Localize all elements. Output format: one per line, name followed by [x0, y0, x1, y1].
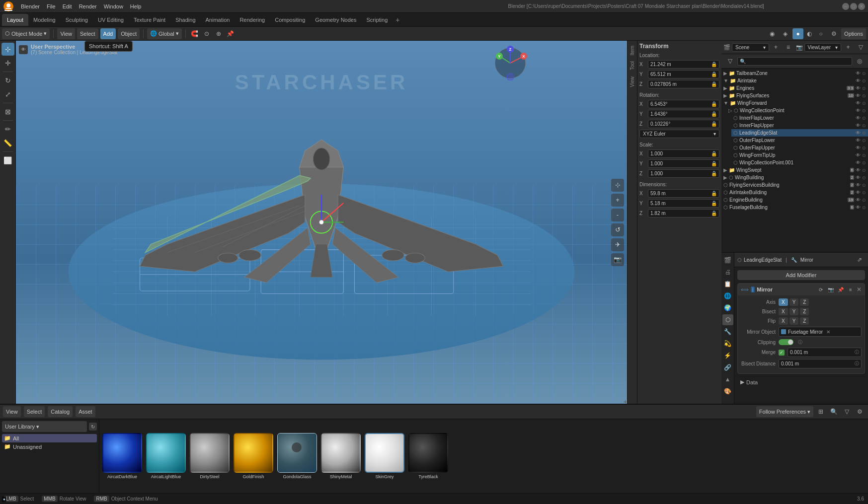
refresh-library-button[interactable]: ↻ [89, 423, 97, 431]
scale-y-field[interactable]: 1.000 🔒 [648, 159, 719, 168]
viewport-area[interactable]: STARCHASER 👁 User Perspective (7) Scene … [16, 41, 627, 404]
menu-file[interactable]: File [44, 2, 59, 10]
rot-z-field[interactable]: 0.10226° 🔒 [648, 120, 719, 128]
flyingservices-eye-icon[interactable]: 👁 [856, 182, 861, 188]
follow-preferences-dropdown[interactable]: Follow Preferences ▾ [756, 406, 813, 417]
mirror-realtime-icon[interactable]: ⟳ [817, 286, 825, 293]
cursor-tool[interactable]: ⊹ [1, 43, 14, 56]
outliner-item-tailbeamzone[interactable]: ▶ 📁 TailbeamZone 👁 ⊙ [721, 70, 868, 77]
leadingedge-eye-icon[interactable]: 👁 [856, 130, 861, 136]
innerflaph-eye-icon[interactable]: 👁 [856, 123, 861, 128]
axis-y-button[interactable]: Y [789, 298, 799, 306]
measure-tool[interactable]: 📏 [1, 137, 14, 149]
modifier-props-icon[interactable]: 🔧 [722, 326, 733, 337]
asset-view-button[interactable]: View [3, 406, 21, 417]
xray-icon[interactable]: ◈ [780, 28, 790, 39]
outliner-item-enginebuilding[interactable]: ⬡ EngineBuilding 19 👁 ⊙ [721, 196, 868, 204]
outliner-item-wingformtipup[interactable]: ⬡ WingFormTipUp 👁 ⊙ [731, 151, 868, 159]
dim-y-field[interactable]: 5.18 m 🔒 [648, 199, 719, 208]
outerflaphigh-ctrl-icon[interactable]: ⊙ [862, 145, 866, 150]
dim-x-field[interactable]: 59.8 m 🔒 [648, 189, 719, 198]
tab-layout[interactable]: Layout [2, 14, 28, 26]
dim-z-field[interactable]: 1.82 m 🔒 [648, 209, 719, 217]
transform-tool[interactable]: ⊠ [1, 105, 14, 118]
data-section[interactable]: ▶ Data [737, 377, 865, 387]
wingformtip-eye-icon[interactable]: 👁 [856, 152, 861, 158]
innerflaph-ctrl-icon[interactable]: ⊙ [862, 123, 866, 128]
flip-z-button[interactable]: Z [800, 317, 809, 325]
axis-z-button[interactable]: Z [800, 298, 809, 306]
asset-asset-button[interactable]: Asset [76, 406, 95, 417]
snap-icon[interactable]: 🧲 [189, 28, 200, 39]
rot-z-lock[interactable]: 🔒 [711, 121, 717, 127]
scale-z-field[interactable]: 1.000 🔒 [648, 169, 719, 178]
tab-sculpting[interactable]: Sculpting [61, 14, 93, 26]
outliner-item-wingcollectionpoint[interactable]: ▷ ⬡ WingCollectionPoint 👁 ⊙ [726, 107, 868, 114]
mirror-pin-icon[interactable]: 📌 [837, 286, 845, 293]
overlay-icon[interactable]: ◉ [767, 28, 778, 39]
particles-props-icon[interactable]: 💫 [722, 338, 733, 349]
mirror-render-icon[interactable]: 📷 [827, 286, 835, 293]
outliner-item-outerflaphigh[interactable]: ⬡ OuterFlapUpper 👁 ⊙ [731, 144, 868, 151]
viewport-shading-icon[interactable]: ⚙ [828, 28, 839, 39]
viewlayer-props-icon[interactable]: 📋 [722, 279, 733, 289]
view-tab[interactable]: View [629, 73, 636, 90]
menu-blender[interactable]: Blender [18, 2, 43, 10]
outliner-filter-icon[interactable]: ▽ [724, 56, 735, 67]
asset-item-tyreblack[interactable]: TyreBlack [408, 433, 448, 479]
scene-add-icon[interactable]: + [771, 42, 782, 53]
outliner-item-wingcollpoint001[interactable]: ⬡ WingCollectionPoint.001 👁 ⊙ [731, 159, 868, 166]
tab-compositing[interactable]: Compositing [270, 14, 310, 26]
scene-props-icon[interactable]: 🌐 [722, 290, 733, 301]
bisect-y-button[interactable]: Y [789, 308, 799, 315]
outliner-item-wingbuilding[interactable]: ▶ ⬡ WingBuilding 2 👁 ⊙ [721, 174, 868, 181]
menu-help[interactable]: Help [127, 2, 145, 10]
loc-z-lock[interactable]: 🔒 [711, 81, 717, 87]
wingswept-eye-icon[interactable]: 👁 [856, 167, 861, 173]
asset-cat-unassigned[interactable]: 📁 Unassigned [2, 442, 97, 451]
tailbeam-ctrl-icon[interactable]: ⊙ [862, 71, 866, 76]
zoom-extents-icon[interactable]: ⊹ [611, 179, 624, 192]
outliner-item-outerflaplow[interactable]: ⬡ OuterFlapLower 👁 ⊙ [731, 137, 868, 144]
mirror-close-icon[interactable]: ✕ [857, 286, 862, 293]
wingswept-ctrl-icon[interactable]: ⊙ [862, 168, 866, 173]
minimize-button[interactable]: ─ [842, 3, 849, 10]
viewlayer-dropdown[interactable]: ViewLayer ▾ [804, 43, 842, 52]
outliner-item-airintakebuilding[interactable]: ⬡ AirIntakeBuilding 2 👁 ⊙ [721, 189, 868, 196]
flip-y-button[interactable]: Y [789, 317, 799, 325]
engines-eye-icon[interactable]: 👁 [856, 85, 861, 91]
leadingedge-ctrl-icon[interactable]: ⊙ [862, 131, 866, 136]
wingcollpt-eye-icon[interactable]: 👁 [856, 108, 861, 113]
world-props-icon[interactable]: 🌍 [722, 302, 733, 313]
wingcollpt001-eye-icon[interactable]: 👁 [856, 160, 861, 165]
innerflaplow-eye-icon[interactable]: 👁 [856, 115, 861, 121]
modifier-expand-icon[interactable]: ⇗ [854, 254, 865, 265]
asset-item-aircatdarkblue[interactable]: ● AircatDarkBlue [102, 433, 142, 479]
loc-y-field[interactable]: 65.512 m 🔒 [648, 70, 719, 78]
add-button[interactable]: Add [100, 28, 116, 39]
output-props-icon[interactable]: 🖨 [722, 267, 733, 278]
tab-texture-paint[interactable]: Texture Paint [129, 14, 170, 26]
tab-uv-editing[interactable]: UV Editing [93, 14, 129, 26]
wingforward-ctrl-icon[interactable]: ⊙ [862, 101, 866, 106]
wingbuild-ctrl-icon[interactable]: ⊙ [862, 175, 866, 180]
camera-icon[interactable]: 📷 [611, 253, 624, 266]
asset-grid-icon[interactable]: ⊞ [815, 406, 826, 417]
outliner-item-leadingedgeslat[interactable]: ⬡ LeadingEdgeSlat 👁 ⊙ [731, 129, 868, 137]
bisect-dist-field[interactable]: 0.001 m ⓘ [779, 359, 862, 368]
asset-item-aircatlightblue[interactable]: AircatLightBlue [146, 433, 186, 479]
outliner-item-wingforward[interactable]: ▼ 📁 WingForward 👁 ⊙ [721, 99, 868, 107]
flyingsurfaces-ctrl-icon[interactable]: ⊙ [862, 93, 866, 98]
outliner-item-engines[interactable]: ▶ 📁 Engines 3 3 👁 ⊙ [721, 84, 868, 92]
menu-window[interactable]: Window [101, 2, 126, 10]
tab-rendering[interactable]: Rendering [235, 14, 270, 26]
zoom-out-icon[interactable]: - [611, 209, 624, 221]
tab-modeling[interactable]: Modeling [28, 14, 61, 26]
material-shading-icon[interactable]: ◐ [804, 28, 815, 39]
asset-catalog-button[interactable]: Catalog [48, 406, 73, 417]
axis-x-button[interactable]: X [779, 298, 788, 306]
tab-geometry-nodes[interactable]: Geometry Nodes [310, 14, 361, 26]
menu-edit[interactable]: Edit [60, 2, 75, 10]
user-library-dropdown[interactable]: User Library ▾ [2, 421, 87, 432]
dim-y-lock[interactable]: 🔒 [711, 201, 717, 206]
